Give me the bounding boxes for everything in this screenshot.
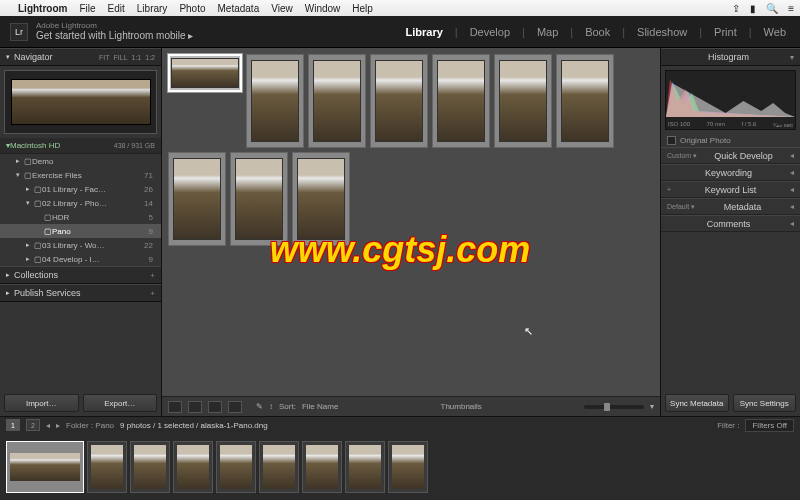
grid-cell[interactable] xyxy=(494,54,552,148)
view-loupe-icon[interactable] xyxy=(188,401,202,413)
menu-library[interactable]: Library xyxy=(137,3,168,14)
painter-icon[interactable]: ✎ xyxy=(256,402,263,411)
menu-extra-icon[interactable]: ≡ xyxy=(788,3,794,14)
menu-window[interactable]: Window xyxy=(305,3,341,14)
tree-row[interactable]: ▸▢ 01 Library - Fac…26 xyxy=(0,182,161,196)
tree-row[interactable]: ▸▢ 04 Develop - I…9 xyxy=(0,252,161,266)
module-web[interactable]: Web xyxy=(760,26,790,38)
spotlight-icon[interactable]: 🔍 xyxy=(766,3,778,14)
collections-header[interactable]: ▸Collections+ xyxy=(0,266,161,284)
tree-row-selected[interactable]: ▢ Pano9 xyxy=(0,224,161,238)
module-library[interactable]: Library xyxy=(402,26,447,38)
filmstrip-cell[interactable] xyxy=(388,441,428,493)
original-photo-checkbox[interactable] xyxy=(667,136,676,145)
histogram-header[interactable]: Histogram ▾ xyxy=(661,48,800,66)
menu-app[interactable]: Lightroom xyxy=(18,3,67,14)
keywording-header[interactable]: Keywording◂ xyxy=(661,164,800,181)
filmstrip-cell[interactable] xyxy=(345,441,385,493)
wifi-icon[interactable]: ⇪ xyxy=(732,3,740,14)
filmstrip-cell[interactable] xyxy=(130,441,170,493)
nav-back-icon[interactable]: ◂ xyxy=(46,421,50,430)
thumbnail-size-slider[interactable] xyxy=(584,405,644,409)
navigator-preview[interactable] xyxy=(4,70,157,134)
grid-cell[interactable] xyxy=(246,54,304,148)
nav-1-2[interactable]: 1:2 xyxy=(145,54,155,61)
folder-icon: ▢ xyxy=(34,241,42,250)
monitor-1-button[interactable]: 1 xyxy=(6,419,20,431)
nav-1-1[interactable]: 1:1 xyxy=(132,54,142,61)
navigator-header[interactable]: ▾ Navigator FIT FILL 1:1 1:2 xyxy=(0,48,161,66)
publish-header[interactable]: ▸Publish Services+ xyxy=(0,284,161,302)
menu-photo[interactable]: Photo xyxy=(179,3,205,14)
folder-icon: ▢ xyxy=(34,255,42,264)
histogram[interactable]: ISO 100 70 mm f / 5.6 ¹⁄₄₀₀ sec xyxy=(665,70,796,130)
grid-view[interactable] xyxy=(162,48,660,396)
nav-fwd-icon[interactable]: ▸ xyxy=(56,421,60,430)
thumbnails-label: Thumbnails xyxy=(441,402,482,411)
disclosure-icon: ▾ xyxy=(6,53,10,61)
grid-cell[interactable] xyxy=(230,152,288,246)
module-print[interactable]: Print xyxy=(710,26,741,38)
menu-edit[interactable]: Edit xyxy=(108,3,125,14)
sort-direction-icon[interactable]: ↕ xyxy=(269,402,273,411)
tree-row[interactable]: ▢ HDR5 xyxy=(0,210,161,224)
battery-icon[interactable]: ▮ xyxy=(750,3,756,14)
module-map[interactable]: Map xyxy=(533,26,562,38)
import-button[interactable]: Import… xyxy=(4,394,79,412)
quick-develop-header[interactable]: Custom ▾Quick Develop◂ xyxy=(661,147,800,164)
view-grid-icon[interactable] xyxy=(168,401,182,413)
filmstrip-cell[interactable] xyxy=(216,441,256,493)
filter-select[interactable]: Filters Off xyxy=(745,419,794,432)
filmstrip-strip[interactable] xyxy=(0,433,800,500)
grid-cell[interactable] xyxy=(308,54,366,148)
menu-file[interactable]: File xyxy=(79,3,95,14)
filmstrip-cell-selected[interactable] xyxy=(6,441,84,493)
folder-tree: ▸▢ Demo ▾▢ Exercise Files71 ▸▢ 01 Librar… xyxy=(0,154,161,266)
grid-cell[interactable] xyxy=(556,54,614,148)
app-logo: Lr xyxy=(10,23,28,41)
filmstrip: 1 2 ◂ ▸ Folder : Pano 9 photos / 1 selec… xyxy=(0,416,800,500)
filmstrip-cell[interactable] xyxy=(259,441,299,493)
metadata-header[interactable]: Default ▾Metadata◂ xyxy=(661,198,800,215)
volume-stat: 438 / 931 GB xyxy=(114,142,155,149)
brand-sub: Adobe Lightroom xyxy=(36,22,193,31)
grid-cell[interactable] xyxy=(168,152,226,246)
export-button[interactable]: Export… xyxy=(83,394,158,412)
tree-row[interactable]: ▾▢ 02 Library - Pho…14 xyxy=(0,196,161,210)
grid-cell-selected[interactable] xyxy=(168,54,242,92)
monitor-2-button[interactable]: 2 xyxy=(26,419,40,431)
grid-cell[interactable] xyxy=(370,54,428,148)
module-slideshow[interactable]: Slideshow xyxy=(633,26,691,38)
nav-fit[interactable]: FIT xyxy=(99,54,110,61)
keyword-list-header[interactable]: +Keyword List◂ xyxy=(661,181,800,198)
histo-iso: ISO 100 xyxy=(668,121,690,128)
folder-icon: ▢ xyxy=(24,157,32,166)
volume-header[interactable]: ▾ Macintosh HD 438 / 931 GB xyxy=(0,138,161,154)
toolbar-menu-icon[interactable]: ▾ xyxy=(650,402,654,411)
grid-cell[interactable] xyxy=(292,152,350,246)
filmstrip-cell[interactable] xyxy=(87,441,127,493)
grid-cell[interactable] xyxy=(432,54,490,148)
menu-view[interactable]: View xyxy=(271,3,293,14)
filmstrip-cell[interactable] xyxy=(173,441,213,493)
sort-value[interactable]: File Name xyxy=(302,402,338,411)
folder-icon: ▢ xyxy=(44,213,52,222)
breadcrumb[interactable]: Folder : Pano xyxy=(66,421,114,430)
view-survey-icon[interactable] xyxy=(228,401,242,413)
sync-settings-button[interactable]: Sync Settings xyxy=(733,394,797,412)
brand-block: Adobe Lightroom Get started with Lightro… xyxy=(36,22,193,42)
module-develop[interactable]: Develop xyxy=(466,26,514,38)
view-compare-icon[interactable] xyxy=(208,401,222,413)
nav-fill[interactable]: FILL xyxy=(114,54,128,61)
sync-metadata-button[interactable]: Sync Metadata xyxy=(665,394,729,412)
tree-row[interactable]: ▸▢ 03 Library - Wo…22 xyxy=(0,238,161,252)
menu-help[interactable]: Help xyxy=(352,3,373,14)
brand-title[interactable]: Get started with Lightroom mobile ▸ xyxy=(36,30,193,41)
menu-metadata[interactable]: Metadata xyxy=(218,3,260,14)
filmstrip-cell[interactable] xyxy=(302,441,342,493)
module-book[interactable]: Book xyxy=(581,26,614,38)
comments-header[interactable]: Comments◂ xyxy=(661,215,800,232)
tree-row[interactable]: ▸▢ Demo xyxy=(0,154,161,168)
histo-focal: 70 mm xyxy=(707,121,725,128)
tree-row[interactable]: ▾▢ Exercise Files71 xyxy=(0,168,161,182)
